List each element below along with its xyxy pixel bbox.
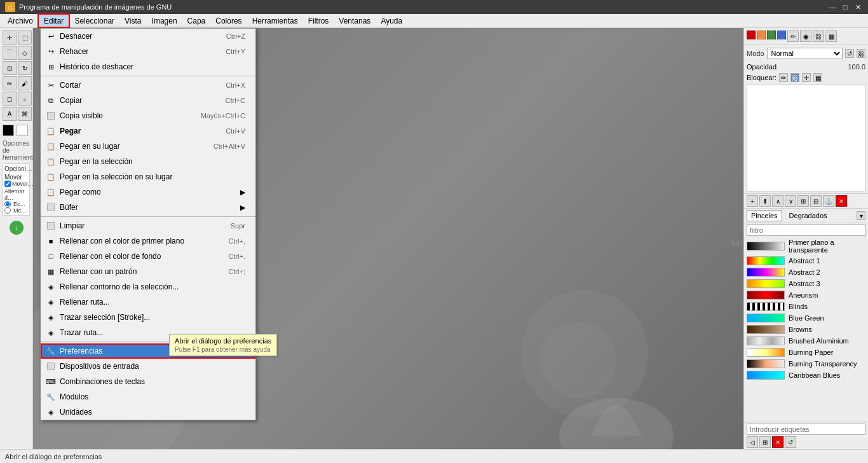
menu-item-limpiar[interactable]: LimpiarSupr: [41, 218, 255, 233]
tool-lasso[interactable]: ⌒: [3, 46, 17, 60]
tool-icon-eye[interactable]: ◉: [800, 31, 811, 42]
menu-imagen[interactable]: Imagen: [147, 14, 182, 27]
tool-icon-pencil2[interactable]: ✏: [787, 31, 799, 42]
tool-path[interactable]: ⌘: [18, 107, 32, 121]
menu-item-rellenar_ruta[interactable]: ◈Rellenar ruta...: [41, 294, 255, 310]
tag-prev-btn[interactable]: ◁: [747, 436, 758, 448]
lock-pencil-icon[interactable]: ✏: [779, 73, 788, 82]
mode-reset-icon[interactable]: ↺: [845, 49, 854, 58]
menu-filtros[interactable]: Filtros: [303, 14, 334, 27]
menu-item-rellenar_fondo[interactable]: □Rellenar con el color de fondoCtrl+.: [41, 249, 255, 264]
layer-down-btn[interactable]: ∨: [785, 195, 796, 207]
minimize-button[interactable]: —: [827, 2, 837, 12]
tool-crop[interactable]: ⊡: [3, 61, 17, 75]
tags-input[interactable]: [747, 424, 865, 435]
menu-archivo[interactable]: Archivo: [3, 14, 38, 27]
tool-pencil[interactable]: ✏: [3, 76, 17, 90]
panel-menu-icon[interactable]: ▾: [857, 211, 865, 220]
menu-ventanas[interactable]: Ventanas: [334, 14, 376, 27]
layer-copy-btn[interactable]: ⊞: [797, 195, 809, 207]
layer-up-btn[interactable]: ∧: [772, 195, 783, 207]
mode-chain-icon[interactable]: ⛓: [857, 49, 865, 58]
menu-colores[interactable]: Colores: [210, 14, 247, 27]
tag-refresh-btn[interactable]: ↺: [785, 436, 796, 448]
tag-del-btn[interactable]: ✕: [772, 436, 783, 448]
lock-move-icon[interactable]: ✛: [802, 73, 811, 82]
lock-chain-icon[interactable]: ⛓: [790, 73, 799, 82]
tab-degradados[interactable]: Degradados: [785, 210, 832, 221]
download-button[interactable]: ↓: [10, 221, 24, 235]
menu-item-rellenar_contorno[interactable]: ◈Rellenar contorno de la selección...: [41, 279, 255, 294]
menu-item-cortar[interactable]: ✂CortarCtrl+X: [41, 78, 255, 93]
tool-fill[interactable]: ⬦: [18, 92, 32, 106]
tool-rotate[interactable]: ↻: [18, 61, 32, 75]
menu-seleccionar[interactable]: Seleccionar: [69, 14, 119, 27]
lock-grid-icon[interactable]: ▦: [813, 73, 822, 82]
tool-icon-chain[interactable]: ⛓: [813, 31, 824, 42]
mode-dropdown[interactable]: Normal: [767, 48, 843, 59]
gradient-item-bluegreen[interactable]: Blue Green: [744, 312, 868, 324]
layer-delete-btn[interactable]: ✕: [836, 195, 847, 207]
menu-item-disp_entrada[interactable]: Dispositivos de entrada: [41, 359, 255, 374]
gradient-item-aneurism[interactable]: Aneurism: [744, 289, 868, 301]
tab-pinceles[interactable]: Pinceles: [747, 210, 782, 221]
gradient-item-abstract1[interactable]: Abstract 1: [744, 255, 868, 266]
gradient-item-browns[interactable]: Browns: [744, 324, 868, 335]
menu-item-pegar_como[interactable]: 📋Pegar como▶: [41, 184, 255, 200]
gradient-item-burningpaper[interactable]: Burning Paper: [744, 347, 868, 358]
color-icon-blue[interactable]: [777, 31, 786, 39]
gradient-item-fg-transparent[interactable]: Primer plano a transparente: [744, 237, 868, 255]
tool-icon-grid[interactable]: ▦: [825, 31, 837, 42]
gradient-item-abstract2[interactable]: Abstract 2: [744, 266, 868, 278]
color-icon-green[interactable]: [767, 31, 776, 39]
tool-eraser[interactable]: ◻: [3, 92, 17, 106]
mover-checkbox[interactable]: [4, 181, 11, 187]
menu-item-deshacer[interactable]: ↩DeshacerCtrl+Z: [41, 29, 255, 44]
menu-ayuda[interactable]: Ayuda: [376, 14, 407, 27]
tool-paint[interactable]: 🖌: [18, 76, 32, 90]
radio-ec[interactable]: [4, 201, 11, 207]
layer-page-btn[interactable]: ⬆: [759, 195, 771, 207]
radio-mc[interactable]: [4, 207, 11, 214]
tag-img-btn[interactable]: ⊞: [759, 436, 771, 448]
menu-item-combinaciones[interactable]: ⌨Combinaciones de teclas: [41, 374, 255, 389]
gradient-item-burningtrans[interactable]: Burning Transparency: [744, 358, 868, 370]
filter-input[interactable]: [747, 225, 865, 236]
menu-item-unidades[interactable]: ◈Unidades: [41, 404, 255, 420]
menu-capa[interactable]: Capa: [182, 14, 211, 27]
gradient-item-abstract3[interactable]: Abstract 3: [744, 278, 868, 289]
menu-item-rellenar_patron[interactable]: ▦Rellenar con un patrónCtrl+;: [41, 264, 255, 279]
color-icon-red[interactable]: [747, 31, 756, 39]
menu-item-bufer[interactable]: Búfer▶: [41, 200, 255, 215]
menu-item-pegar_lugar[interactable]: 📋Pegar en su lugarCtrl+Alt+V: [41, 139, 255, 154]
tool-crosshair[interactable]: ✛: [3, 31, 17, 45]
menu-herramientas[interactable]: Herramientas: [247, 14, 303, 27]
tool-wand[interactable]: ◇: [18, 46, 32, 60]
layer-anchor-btn[interactable]: ⚓: [823, 195, 834, 207]
layer-add-btn[interactable]: +: [747, 195, 758, 207]
menu-item-copiar[interactable]: ⧉CopiarCtrl+C: [41, 93, 255, 108]
close-button[interactable]: ✕: [853, 2, 863, 12]
menu-item-rellenar_primero[interactable]: ■Rellenar con el color de primer planoCt…: [41, 233, 255, 249]
gradient-item-caribbean[interactable]: Caribbean Blues: [744, 370, 868, 381]
layer-merge-btn[interactable]: ⊟: [810, 195, 822, 207]
color-icon-orange[interactable]: [757, 31, 766, 39]
menu-editar[interactable]: Editar: [38, 14, 69, 27]
menu-item-modulos[interactable]: 🔧Módulos: [41, 389, 255, 404]
menu-vista[interactable]: Vista: [119, 14, 146, 27]
background-color[interactable]: [17, 125, 28, 136]
menu-item-pegar[interactable]: 📋PegarCtrl+V: [41, 123, 255, 139]
menu-item-rehacer[interactable]: ↪RehacerCtrl+Y: [41, 44, 255, 59]
foreground-color[interactable]: [3, 125, 14, 136]
menu-item-pegar_sel_lugar[interactable]: 📋Pegar en la selección en su lugar: [41, 169, 255, 184]
gradient-item-blinds[interactable]: Blinds: [744, 301, 868, 312]
tool-text[interactable]: A: [3, 107, 17, 121]
menu-item-historico[interactable]: ⊞Histórico de deshacer: [41, 59, 255, 74]
tool-rect-select[interactable]: ⬚: [18, 31, 32, 45]
maximize-button[interactable]: □: [840, 2, 850, 12]
gradient-item-aluminium[interactable]: Brushed Aluminium: [744, 335, 868, 347]
menu-item-copia_visible[interactable]: Copia visibleMayús+Ctrl+C: [41, 108, 255, 123]
menu-label-unidades: Unidades: [60, 408, 241, 417]
menu-item-trazar_sel[interactable]: ◈Trazar selección [Stroke]...: [41, 310, 255, 325]
menu-item-pegar_seleccion[interactable]: 📋Pegar en la selección: [41, 154, 255, 169]
